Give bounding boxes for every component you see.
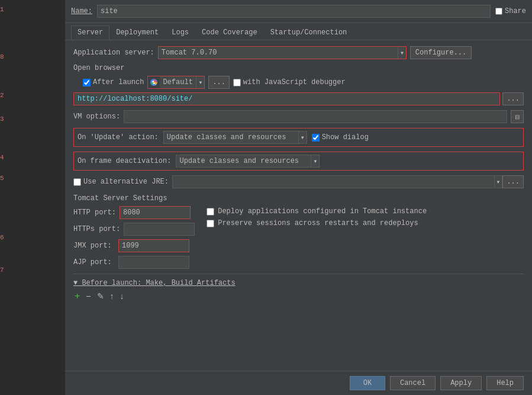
show-dialog-label[interactable]: Show dialog [312,133,369,142]
before-launch-section: ▼ Before launch: Make, Build Artifacts +… [73,274,524,305]
annotation-4: 4 [0,154,4,161]
show-dialog-text: Show dialog [322,133,369,142]
browser-dots-button[interactable]: ... [208,76,230,89]
on-frame-label: On frame deactivation: [78,157,171,165]
vm-options-label: VM options: [73,113,120,121]
name-input[interactable] [97,5,491,18]
url-dots-button[interactable]: ... [502,92,524,105]
jmx-port-row: JMX port: [73,239,195,252]
tab-server[interactable]: Server [71,25,109,40]
app-server-label: Application server: [73,49,154,57]
jre-input[interactable] [172,175,495,188]
annotation-5: 5 [0,175,4,182]
app-server-arrow[interactable]: ▼ [398,47,406,59]
vm-options-icon-button[interactable]: ⊟ [511,110,524,123]
show-dialog-checkbox[interactable] [312,134,320,142]
share-area: Share [495,7,526,15]
add-launch-button[interactable]: + [73,291,81,301]
ok-button[interactable]: OK [350,376,385,390]
on-update-label: On 'Update' action: [78,133,159,142]
tomcat-title: Tomcat Server Settings [73,194,524,203]
js-debugger-checkbox[interactable] [233,79,241,86]
share-label: Share [505,7,526,15]
jre-arrow[interactable]: ▼ [495,175,503,188]
deploy-option-2[interactable]: Preserve sessions across restarts and re… [207,219,427,227]
browser-select-wrapper: Default ▼ [147,76,205,89]
http-port-label: HTTP port: [73,208,116,217]
after-launch-label: After launch [93,78,144,86]
jre-checkbox[interactable] [73,178,81,186]
preserve-sessions-checkbox[interactable] [207,220,214,227]
jre-row: Use alternative JRE: ▼ ... [73,175,524,188]
jmx-port-input[interactable] [118,239,189,252]
configure-button[interactable]: Configure... [410,46,472,59]
ports-section: HTTP port: HTTPs port: JMX port: AJP por… [73,206,195,269]
js-debugger-label[interactable]: with JavaScript debugger [233,78,346,86]
on-update-select-wrapper: Update classes and resources ▼ [163,131,307,144]
jre-dots-button[interactable]: ... [502,175,524,188]
app-server-select-wrapper: Tomcat 7.0.70 ▼ [158,46,407,59]
before-launch-title: ▼ Before launch: Make, Build Artifacts [73,279,524,287]
edit-launch-button[interactable]: ✎ [96,291,105,301]
tabs-bar: Server Deployment Logs Code Coverage Sta… [65,23,532,40]
open-browser-title: Open browser [73,64,524,72]
after-launch-checkbox[interactable] [83,79,91,86]
https-port-input[interactable] [124,223,195,236]
ajp-port-input[interactable] [118,256,189,269]
left-sidebar: 1 8 2 3 4 5 6 7 [0,0,65,395]
deploy-options: Deploy applications configured in Tomcat… [207,206,427,269]
app-server-row: Application server: Tomcat 7.0.70 ▼ Conf… [73,46,524,59]
jre-checkbox-label[interactable]: Use alternative JRE: [73,178,169,186]
name-label: Name: [71,7,92,15]
share-checkbox[interactable] [495,8,502,15]
deploy-checkbox[interactable] [207,208,214,216]
url-input[interactable] [73,92,500,105]
ajp-port-label: AJP port: [73,258,115,266]
after-launch-checkbox-label[interactable]: After launch [83,78,144,86]
launch-tools: + − ✎ ↑ ↓ [73,291,524,301]
http-port-input[interactable] [120,206,191,219]
on-update-arrow[interactable]: ▼ [299,131,307,144]
vm-options-input[interactable] [124,110,507,123]
js-debugger-text: with JavaScript debugger [243,78,346,86]
https-port-label: HTTPs port: [73,225,120,233]
annotation-3: 3 [0,115,4,123]
annotation-2: 2 [0,92,4,99]
https-port-row: HTTPs port: [73,223,195,236]
help-button[interactable]: Help [486,376,524,390]
on-frame-select[interactable]: Update classes and resources [176,155,311,168]
tab-content: Application server: Tomcat 7.0.70 ▼ Conf… [65,40,532,371]
app-server-select[interactable]: Tomcat 7.0.70 [159,47,398,59]
browser-arrow[interactable]: ▼ [196,76,204,88]
annotation-7: 7 [0,266,4,274]
jmx-port-label: JMX port: [73,242,115,250]
deploy-label: Deploy applications configured in Tomcat… [218,207,427,216]
remove-launch-button[interactable]: − [85,291,92,301]
annotation-8: 8 [0,53,4,60]
deploy-option-1[interactable]: Deploy applications configured in Tomcat… [207,207,427,216]
apply-button[interactable]: Apply [440,376,482,390]
tab-startup-connection[interactable]: Startup/Connection [264,25,354,40]
tomcat-settings: Tomcat Server Settings HTTP port: HTTPs … [73,194,524,269]
annotation-6: 6 [0,234,4,241]
tab-code-coverage[interactable]: Code Coverage [195,25,264,40]
on-frame-row: On frame deactivation: Update classes an… [73,152,524,171]
browser-select[interactable]: Default [160,76,196,88]
url-row: ... [73,92,524,105]
move-up-launch-button[interactable]: ↑ [109,291,115,301]
jre-select-wrapper: ▼ ... [172,175,524,188]
move-down-launch-button[interactable]: ↓ [119,291,125,301]
cancel-button[interactable]: Cancel [390,376,436,390]
main-panel: Name: Share Server Deployment Logs Code … [65,0,532,395]
tab-deployment[interactable]: Deployment [109,25,165,40]
title-bar: Name: Share [65,0,532,23]
http-port-row: HTTP port: [73,206,195,219]
on-frame-select-wrapper: Update classes and resources ▼ [176,155,320,168]
vm-options-row: VM options: ⊟ [73,110,524,123]
on-update-select[interactable]: Update classes and resources [163,131,299,144]
annotation-1: 1 [0,6,4,13]
ports-and-options: HTTP port: HTTPs port: JMX port: AJP por… [73,206,524,269]
tab-logs[interactable]: Logs [165,25,195,40]
on-frame-arrow[interactable]: ▼ [311,155,320,168]
preserve-sessions-label: Preserve sessions across restarts and re… [218,219,418,227]
